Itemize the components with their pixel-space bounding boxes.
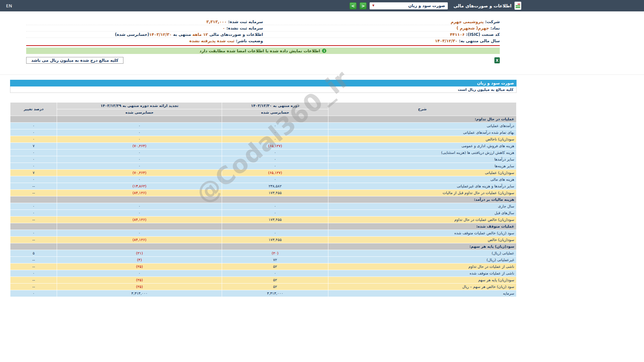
value-restated: [57, 116, 222, 122]
row-label: عملیات در حال تداوم:: [328, 116, 516, 122]
info-value: ۱۴۰۳/۱۲/۳۰: [435, 39, 458, 43]
statement-row: سال‌های قبل۰۰۰: [10, 210, 516, 216]
row-label: سال جاری: [328, 203, 516, 209]
value-current: [222, 243, 328, 250]
value-restated: ۰: [57, 270, 222, 277]
company-info-row: سال مالی منتهی به: ۱۴۰۳/۱۲/۳۰: [263, 38, 500, 44]
statement-row: سود(زیان) ناخالص۰۰۰: [10, 136, 516, 142]
info-value: ۱۲ ماهه: [193, 32, 208, 37]
info-label: منتهی به: [172, 32, 193, 37]
change-percent: --: [10, 217, 57, 223]
report-icon: [515, 2, 521, 10]
value-current: ۳,۳۱۳,۰۰۰: [222, 290, 328, 297]
info-label: شرکت:: [484, 19, 500, 24]
value-current: ۱۷۳,۴۵۵: [222, 237, 328, 243]
col-subheader-audited-restated: حسابرسی شده: [57, 109, 222, 116]
row-label: سود(زیان) عملیاتی: [328, 170, 516, 176]
change-percent: --: [10, 237, 57, 243]
value-restated: ۳,۳۱۳,۰۰۰: [57, 290, 222, 297]
change-percent: ۵: [10, 250, 57, 256]
statement-row: سایر درآمدها و هزینه های غیرعملیاتی۲۳۸,۵…: [10, 183, 516, 189]
statement-row: سود(زیان) پایه هر سهم۵۲(۲۵)--: [10, 277, 516, 283]
change-percent: ۰: [10, 270, 57, 277]
statement-section-row: سود(زیان) پایه هر سهم:: [10, 243, 516, 250]
note-row: X کلیه مبالغ درج شده به میلیون ریال می ب…: [26, 57, 500, 64]
info-value: ثبت شده پذیرفته نشده: [189, 39, 234, 43]
row-label: سود(زیان) پایه هر سهم: [328, 277, 516, 283]
value-current: ۰: [222, 210, 328, 216]
change-percent: --: [10, 257, 57, 263]
change-percent: --: [10, 183, 57, 189]
row-label: سود(زیان) عملیات در حال تداوم قبل از مال…: [328, 190, 516, 196]
col-header-change-percent: درصد تغییر: [10, 103, 57, 116]
row-label: عملیاتی (ریال): [328, 250, 516, 256]
value-restated: (۸۴,۱۲۶): [57, 217, 222, 223]
change-percent: ۰: [10, 210, 57, 216]
value-current: ۵۲: [222, 284, 328, 290]
change-percent: ۰: [10, 230, 57, 236]
row-label: غیرعملیاتی (ریال): [328, 257, 516, 263]
lang-en-link[interactable]: EN: [6, 3, 12, 8]
company-info-row: شرکت: پتروشیمی جهرم: [263, 19, 500, 25]
statement-dropdown-value: صورت سود و زیان: [374, 3, 445, 8]
company-info-right: شرکت: پتروشیمی جهرمنماد: جهرم( شجهرم )کد…: [263, 19, 500, 44]
table-header: شرح دوره منتهی به ۱۴۰۳/۱۲/۳۰ تجدید ارائه…: [10, 103, 516, 116]
value-restated: ۰: [57, 156, 222, 163]
value-current: ۷۲: [222, 257, 328, 263]
statement-row: سال جاری۰۰۰: [10, 203, 516, 209]
col-header-description: شرح: [328, 103, 516, 116]
value-restated: (۲۵): [57, 277, 222, 283]
change-percent: [10, 223, 57, 230]
statement-title-bar: صورت سود و زیان: [10, 80, 517, 86]
info-value: جهرم( شجهرم ): [457, 26, 489, 31]
value-current: ۰: [222, 136, 328, 142]
info-label: سرمایه ثبت نشده:: [225, 26, 263, 31]
row-label: سود(زیان) پایه هر سهم:: [328, 243, 516, 250]
statement-row: سود(زیان) عملیات در حال تداوم قبل از مال…: [10, 190, 516, 196]
value-restated: ۰: [57, 230, 222, 236]
value-restated: (۷۰,۲۶۴): [57, 170, 222, 176]
row-label: بهای تمام شده درآمدهای عملیاتی: [328, 129, 516, 136]
value-current: ۱۷۳,۴۵۵: [222, 217, 328, 223]
company-info-row: نماد: جهرم( شجهرم ): [263, 25, 500, 32]
statement-section-row: عملیات متوقف شده:: [10, 223, 516, 230]
company-info-row: اطلاعات و صورت‌های مالی ۱۲ ماهه منتهی به…: [26, 32, 263, 38]
statement-row: هزینه های فروش، اداری و عمومی(۶۵,۱۲۷)(۷۰…: [10, 143, 516, 149]
company-info-row: سرمایه ثبت نشده: ۰: [26, 25, 263, 32]
col-header-period-restated: تجدید ارائه شده دوره منتهی به ۱۴۰۲/۱۲/۲۹: [57, 103, 222, 109]
value-restated: ۰: [57, 203, 222, 209]
value-current: ۱۷۳,۴۵۵: [222, 190, 328, 196]
info-value: ۳,۳۱۳,۰۰۰: [206, 19, 226, 24]
signature-text: اطلاعات نمایش داده شده با اطلاعات امضا ش…: [200, 49, 320, 53]
value-restated: ۰: [57, 210, 222, 216]
row-label: سایر درآمدها و هزینه های غیرعملیاتی: [328, 183, 516, 189]
change-percent: ۰: [10, 203, 57, 209]
prev-statement-button[interactable]: <: [350, 2, 357, 9]
value-restated: [57, 223, 222, 230]
value-restated: [57, 243, 222, 250]
row-label: ناشی از عملیات در حال تداوم: [328, 263, 516, 270]
value-restated: ۰: [57, 129, 222, 136]
chevron-down-icon: ▼: [372, 4, 374, 7]
change-percent: ۷: [10, 143, 57, 149]
statement-row: عملیاتی (ریال)(۲۰)(۲۱)۵: [10, 250, 516, 256]
value-current: ۰: [222, 156, 328, 163]
value-restated: (۱۳,۸۶۲): [57, 183, 222, 189]
statement-row: سود(زیان) خالص۱۷۳,۴۵۵(۸۴,۱۲۶)--: [10, 237, 516, 243]
row-label: سود (زیان) خالص عملیات متوقف شده: [328, 230, 516, 236]
excel-export-icon[interactable]: X: [494, 57, 500, 63]
value-restated: (۲۵): [57, 284, 222, 290]
info-value: ۰: [223, 26, 225, 31]
info-value: ۱۴۰۳/۱۲/۳۰: [149, 32, 172, 37]
value-restated: (۸۴,۱۲۶): [57, 237, 222, 243]
next-statement-button[interactable]: >: [360, 2, 367, 9]
info-label: نماد:: [489, 26, 500, 31]
row-label: سایر هزینه‌ها: [328, 163, 516, 169]
value-restated: (۴): [57, 257, 222, 263]
statement-dropdown[interactable]: صورت سود و زیان ▼: [370, 2, 448, 9]
info-label: (حسابرسی شده): [115, 32, 149, 37]
statement-row: غیرعملیاتی (ریال)۷۲(۴)--: [10, 257, 516, 263]
row-label: هزینه کاهش ارزش دریافتنی ها (هزینه استثن…: [328, 149, 516, 156]
value-current: (۶۵,۱۲۷): [222, 143, 328, 149]
statement-row: سود(زیان) عملیاتی(۶۵,۱۲۷)(۷۰,۲۶۴)۷: [10, 170, 516, 176]
